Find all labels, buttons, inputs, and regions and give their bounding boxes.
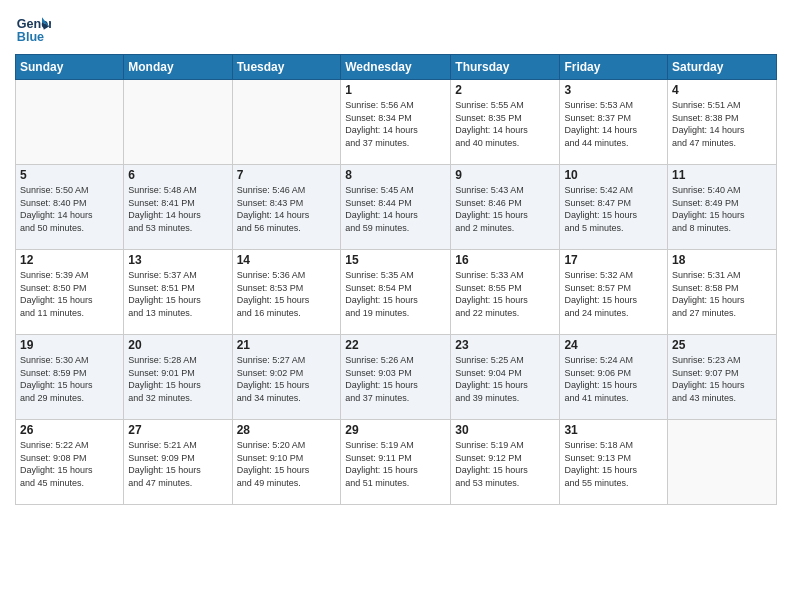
day-info: Sunrise: 5:53 AM Sunset: 8:37 PM Dayligh…	[564, 99, 663, 149]
day-info: Sunrise: 5:28 AM Sunset: 9:01 PM Dayligh…	[128, 354, 227, 404]
day-number: 9	[455, 168, 555, 182]
calendar-cell: 28Sunrise: 5:20 AM Sunset: 9:10 PM Dayli…	[232, 420, 341, 505]
calendar-cell: 23Sunrise: 5:25 AM Sunset: 9:04 PM Dayli…	[451, 335, 560, 420]
calendar-cell: 15Sunrise: 5:35 AM Sunset: 8:54 PM Dayli…	[341, 250, 451, 335]
logo: General Blue	[15, 10, 51, 46]
calendar-header: Sunday Monday Tuesday Wednesday Thursday…	[16, 55, 777, 80]
calendar-cell: 20Sunrise: 5:28 AM Sunset: 9:01 PM Dayli…	[124, 335, 232, 420]
day-info: Sunrise: 5:27 AM Sunset: 9:02 PM Dayligh…	[237, 354, 337, 404]
day-number: 26	[20, 423, 119, 437]
day-info: Sunrise: 5:22 AM Sunset: 9:08 PM Dayligh…	[20, 439, 119, 489]
calendar-cell: 21Sunrise: 5:27 AM Sunset: 9:02 PM Dayli…	[232, 335, 341, 420]
day-number: 15	[345, 253, 446, 267]
calendar-cell	[124, 80, 232, 165]
day-number: 10	[564, 168, 663, 182]
calendar-cell: 11Sunrise: 5:40 AM Sunset: 8:49 PM Dayli…	[668, 165, 777, 250]
col-wednesday: Wednesday	[341, 55, 451, 80]
calendar-cell: 5Sunrise: 5:50 AM Sunset: 8:40 PM Daylig…	[16, 165, 124, 250]
calendar-cell: 26Sunrise: 5:22 AM Sunset: 9:08 PM Dayli…	[16, 420, 124, 505]
calendar: Sunday Monday Tuesday Wednesday Thursday…	[15, 54, 777, 505]
day-number: 19	[20, 338, 119, 352]
day-info: Sunrise: 5:18 AM Sunset: 9:13 PM Dayligh…	[564, 439, 663, 489]
day-number: 21	[237, 338, 337, 352]
calendar-cell: 13Sunrise: 5:37 AM Sunset: 8:51 PM Dayli…	[124, 250, 232, 335]
page: General Blue Sunday Monday Tuesday Wedne…	[0, 0, 792, 612]
calendar-cell	[232, 80, 341, 165]
day-info: Sunrise: 5:33 AM Sunset: 8:55 PM Dayligh…	[455, 269, 555, 319]
week-row-2: 5Sunrise: 5:50 AM Sunset: 8:40 PM Daylig…	[16, 165, 777, 250]
day-number: 2	[455, 83, 555, 97]
calendar-cell	[16, 80, 124, 165]
day-info: Sunrise: 5:19 AM Sunset: 9:12 PM Dayligh…	[455, 439, 555, 489]
calendar-cell: 30Sunrise: 5:19 AM Sunset: 9:12 PM Dayli…	[451, 420, 560, 505]
calendar-cell: 1Sunrise: 5:56 AM Sunset: 8:34 PM Daylig…	[341, 80, 451, 165]
col-friday: Friday	[560, 55, 668, 80]
days-row: Sunday Monday Tuesday Wednesday Thursday…	[16, 55, 777, 80]
calendar-cell: 17Sunrise: 5:32 AM Sunset: 8:57 PM Dayli…	[560, 250, 668, 335]
calendar-cell: 3Sunrise: 5:53 AM Sunset: 8:37 PM Daylig…	[560, 80, 668, 165]
day-info: Sunrise: 5:30 AM Sunset: 8:59 PM Dayligh…	[20, 354, 119, 404]
day-number: 24	[564, 338, 663, 352]
day-info: Sunrise: 5:39 AM Sunset: 8:50 PM Dayligh…	[20, 269, 119, 319]
day-number: 4	[672, 83, 772, 97]
day-info: Sunrise: 5:31 AM Sunset: 8:58 PM Dayligh…	[672, 269, 772, 319]
day-info: Sunrise: 5:24 AM Sunset: 9:06 PM Dayligh…	[564, 354, 663, 404]
day-info: Sunrise: 5:25 AM Sunset: 9:04 PM Dayligh…	[455, 354, 555, 404]
day-number: 30	[455, 423, 555, 437]
day-info: Sunrise: 5:32 AM Sunset: 8:57 PM Dayligh…	[564, 269, 663, 319]
calendar-cell: 10Sunrise: 5:42 AM Sunset: 8:47 PM Dayli…	[560, 165, 668, 250]
day-number: 29	[345, 423, 446, 437]
calendar-cell: 29Sunrise: 5:19 AM Sunset: 9:11 PM Dayli…	[341, 420, 451, 505]
day-info: Sunrise: 5:26 AM Sunset: 9:03 PM Dayligh…	[345, 354, 446, 404]
day-number: 3	[564, 83, 663, 97]
day-info: Sunrise: 5:48 AM Sunset: 8:41 PM Dayligh…	[128, 184, 227, 234]
day-number: 27	[128, 423, 227, 437]
week-row-3: 12Sunrise: 5:39 AM Sunset: 8:50 PM Dayli…	[16, 250, 777, 335]
day-number: 6	[128, 168, 227, 182]
day-info: Sunrise: 5:43 AM Sunset: 8:46 PM Dayligh…	[455, 184, 555, 234]
calendar-cell: 25Sunrise: 5:23 AM Sunset: 9:07 PM Dayli…	[668, 335, 777, 420]
calendar-cell: 14Sunrise: 5:36 AM Sunset: 8:53 PM Dayli…	[232, 250, 341, 335]
day-number: 12	[20, 253, 119, 267]
week-row-4: 19Sunrise: 5:30 AM Sunset: 8:59 PM Dayli…	[16, 335, 777, 420]
day-info: Sunrise: 5:55 AM Sunset: 8:35 PM Dayligh…	[455, 99, 555, 149]
day-number: 14	[237, 253, 337, 267]
day-number: 31	[564, 423, 663, 437]
day-info: Sunrise: 5:46 AM Sunset: 8:43 PM Dayligh…	[237, 184, 337, 234]
day-info: Sunrise: 5:19 AM Sunset: 9:11 PM Dayligh…	[345, 439, 446, 489]
day-info: Sunrise: 5:35 AM Sunset: 8:54 PM Dayligh…	[345, 269, 446, 319]
calendar-cell: 31Sunrise: 5:18 AM Sunset: 9:13 PM Dayli…	[560, 420, 668, 505]
col-monday: Monday	[124, 55, 232, 80]
day-number: 17	[564, 253, 663, 267]
calendar-cell: 9Sunrise: 5:43 AM Sunset: 8:46 PM Daylig…	[451, 165, 560, 250]
calendar-cell: 16Sunrise: 5:33 AM Sunset: 8:55 PM Dayli…	[451, 250, 560, 335]
calendar-cell: 19Sunrise: 5:30 AM Sunset: 8:59 PM Dayli…	[16, 335, 124, 420]
day-info: Sunrise: 5:42 AM Sunset: 8:47 PM Dayligh…	[564, 184, 663, 234]
calendar-cell: 24Sunrise: 5:24 AM Sunset: 9:06 PM Dayli…	[560, 335, 668, 420]
calendar-cell: 12Sunrise: 5:39 AM Sunset: 8:50 PM Dayli…	[16, 250, 124, 335]
day-number: 11	[672, 168, 772, 182]
calendar-cell	[668, 420, 777, 505]
calendar-cell: 18Sunrise: 5:31 AM Sunset: 8:58 PM Dayli…	[668, 250, 777, 335]
col-thursday: Thursday	[451, 55, 560, 80]
logo-icon: General Blue	[15, 10, 51, 46]
day-number: 1	[345, 83, 446, 97]
calendar-cell: 2Sunrise: 5:55 AM Sunset: 8:35 PM Daylig…	[451, 80, 560, 165]
calendar-cell: 7Sunrise: 5:46 AM Sunset: 8:43 PM Daylig…	[232, 165, 341, 250]
week-row-1: 1Sunrise: 5:56 AM Sunset: 8:34 PM Daylig…	[16, 80, 777, 165]
week-row-5: 26Sunrise: 5:22 AM Sunset: 9:08 PM Dayli…	[16, 420, 777, 505]
calendar-body: 1Sunrise: 5:56 AM Sunset: 8:34 PM Daylig…	[16, 80, 777, 505]
day-info: Sunrise: 5:21 AM Sunset: 9:09 PM Dayligh…	[128, 439, 227, 489]
col-saturday: Saturday	[668, 55, 777, 80]
svg-text:Blue: Blue	[17, 30, 44, 44]
col-tuesday: Tuesday	[232, 55, 341, 80]
day-number: 7	[237, 168, 337, 182]
day-info: Sunrise: 5:20 AM Sunset: 9:10 PM Dayligh…	[237, 439, 337, 489]
day-number: 13	[128, 253, 227, 267]
day-number: 22	[345, 338, 446, 352]
day-number: 25	[672, 338, 772, 352]
day-info: Sunrise: 5:36 AM Sunset: 8:53 PM Dayligh…	[237, 269, 337, 319]
calendar-cell: 8Sunrise: 5:45 AM Sunset: 8:44 PM Daylig…	[341, 165, 451, 250]
day-number: 5	[20, 168, 119, 182]
day-number: 28	[237, 423, 337, 437]
